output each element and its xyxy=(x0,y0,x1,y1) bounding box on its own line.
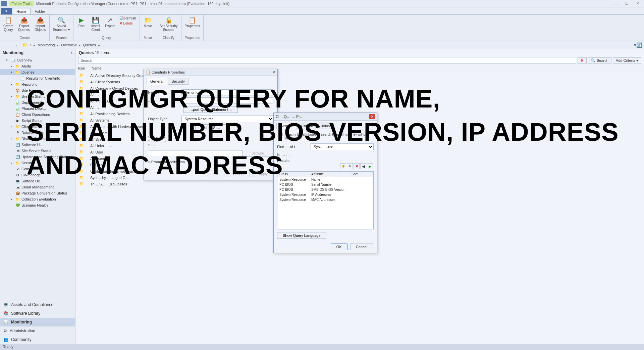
radio-limiting[interactable]: ○ … …ting xyxy=(148,134,273,138)
move-down-button[interactable]: ▶ xyxy=(367,163,373,169)
tree-item[interactable]: ▸📁Security xyxy=(0,160,75,166)
back-button[interactable]: ← xyxy=(2,42,10,48)
find-type-select[interactable]: Sys… …rce xyxy=(311,143,374,150)
run-button[interactable]: ▶Run xyxy=(75,15,88,29)
install-client-button[interactable]: 💾Install Client xyxy=(89,15,102,32)
tree-item[interactable]: 🏠Site Hierarc… xyxy=(0,87,75,93)
comment-field[interactable] xyxy=(181,97,273,103)
dialog-tab-general[interactable]: General xyxy=(147,78,167,85)
workspace-nav-item[interactable]: 👥Community xyxy=(0,335,75,344)
saved-searches-button[interactable]: 🔍Saved Searches ▾ xyxy=(51,15,72,32)
file-menu[interactable]: ▾ xyxy=(1,8,12,14)
move-button[interactable]: 📁Move xyxy=(141,15,155,29)
tree-item[interactable]: ▾📁Queries xyxy=(0,69,75,75)
export-button[interactable]: ↗Export xyxy=(103,15,117,29)
tree-item[interactable]: ▸📁Reporting xyxy=(0,81,75,87)
tree-item[interactable]: 🖥Site Server Status xyxy=(0,148,75,154)
tab-home[interactable]: Home xyxy=(12,8,31,14)
tree-item[interactable]: ⚙Co-manage… xyxy=(0,172,75,178)
tree-item[interactable]: 🔄Updates and Servicing Status xyxy=(0,154,75,160)
radio-other[interactable]: ○ … xyxy=(148,142,273,146)
collapse-icon[interactable]: ‹ xyxy=(71,50,72,55)
col-class[interactable]: Class xyxy=(277,172,309,177)
result-row[interactable]: System ResourceName xyxy=(277,177,373,182)
tree-item[interactable]: ▸📁Distribution Stat… xyxy=(0,136,75,142)
move-up-button[interactable]: ◀ xyxy=(360,163,366,169)
apply-button[interactable]: Apply xyxy=(253,171,273,177)
create-query-button[interactable]: 📋Create Query xyxy=(1,15,15,32)
edit-query-statement-button[interactable]: Edit … St… xyxy=(195,124,226,131)
tab-folder[interactable]: Folder xyxy=(31,8,49,14)
browse-button[interactable]: Browse… xyxy=(246,150,273,157)
dlg2-tab-criteria[interactable]: Criteria xyxy=(298,123,317,129)
col-name[interactable]: Name xyxy=(89,65,104,71)
clear-search-button[interactable]: ✖ xyxy=(578,57,587,64)
properties-button[interactable]: 📋Properties xyxy=(183,15,202,29)
radio-limit-to[interactable]: ○ … … li… xyxy=(148,138,273,142)
result-row[interactable]: PC BIOSSerial Number xyxy=(277,182,373,187)
import-query-statement-button[interactable]: …port Query Statement… xyxy=(183,106,237,113)
refresh-nav-button[interactable]: ▾🔄 xyxy=(634,42,642,48)
delete-button[interactable]: ✖ Delete xyxy=(118,21,138,26)
tree-item[interactable]: ▸📁Client Status xyxy=(0,124,75,130)
dialog-tab-security[interactable]: Security xyxy=(168,78,189,85)
export-queries-button[interactable]: 📤Export Queries xyxy=(16,15,32,32)
workspace-nav-item[interactable]: 📚Software Library xyxy=(0,309,75,318)
tree-item[interactable]: ▸📁Alerts xyxy=(0,63,75,69)
result-row[interactable]: System ResourceIP Addresses xyxy=(277,192,373,197)
forward-button[interactable]: → xyxy=(11,42,19,48)
workspace-nav-item[interactable]: ⚙Administration xyxy=(0,326,75,335)
tree-item[interactable]: ▸📁Collection Evaluation xyxy=(0,196,75,202)
maximize-button[interactable]: ☐ xyxy=(622,1,632,7)
tree-item[interactable]: ▸📁System Stat… xyxy=(0,93,75,99)
ok-button[interactable]: OK xyxy=(208,171,224,177)
add-criteria-button[interactable]: Add Criteria ▾ xyxy=(613,57,641,64)
col-attribute[interactable]: Attribute xyxy=(309,172,350,177)
dlg2-tab-joins[interactable]: Joins xyxy=(318,123,334,129)
col-icon[interactable]: Icon xyxy=(75,65,89,71)
collection-field[interactable] xyxy=(148,150,243,156)
tree-item[interactable]: ▾📊Overview xyxy=(0,57,75,63)
dlg2-tab-general[interactable]: General xyxy=(276,123,297,129)
delete-result-button[interactable]: ✖ xyxy=(354,163,360,169)
name-field[interactable] xyxy=(181,89,273,95)
dlg2-cancel-button[interactable]: Cancel xyxy=(350,244,373,250)
new-result-button[interactable]: ✱ xyxy=(340,163,346,169)
dlg2-ok-button[interactable]: OK xyxy=(331,244,347,250)
tree-item[interactable]: 💚Scenario Health xyxy=(0,202,75,208)
tree-item[interactable]: 🗄Database Re… xyxy=(0,130,75,136)
search-button[interactable]: 🔍 Search xyxy=(588,57,611,64)
tree-item[interactable]: 📋Client Operations xyxy=(0,112,75,118)
close-button[interactable]: ✕ xyxy=(633,1,643,7)
home-icon[interactable]: 📁 xyxy=(21,42,29,48)
dialog2-close-button[interactable]: ✕ xyxy=(369,114,375,119)
tree-item[interactable]: ✓Compliance … xyxy=(0,166,75,172)
tree-item[interactable]: 📊Deployment… xyxy=(0,99,75,105)
col-sort[interactable]: Sort xyxy=(350,172,366,177)
set-security-scopes-button[interactable]: 🔒Set Security Scopes xyxy=(158,15,180,32)
workspace-nav-item[interactable]: 📊Monitoring xyxy=(0,318,75,326)
show-query-language-button[interactable]: Show Query Language xyxy=(277,232,326,239)
tree-item[interactable]: 📊Phased Depl… xyxy=(0,105,75,112)
import-objects-button[interactable]: 📥Import Objects xyxy=(33,15,48,32)
tree-item[interactable]: 💻Surface De… xyxy=(0,178,75,184)
tree-item[interactable]: 🔄Software U… xyxy=(0,142,75,148)
tree-item[interactable]: 📦Package Conversion Status xyxy=(0,190,75,196)
tree-item[interactable]: 📄Results for Clientinfo xyxy=(0,75,75,81)
omit-checkbox[interactable]: ☑ … … xyxy=(277,152,374,157)
folder-tools-tab[interactable]: Folder Tools xyxy=(9,1,34,6)
dialog-close-button[interactable]: ✕ xyxy=(272,70,275,75)
search-input[interactable] xyxy=(78,57,576,64)
minimize-button[interactable]: — xyxy=(611,1,621,7)
result-row[interactable]: PC BIOSSMBIOS BIOS Version xyxy=(277,187,373,192)
breadcrumb[interactable]: \ Monitoring Overview Queries xyxy=(30,43,101,47)
result-row[interactable]: System ResourceMAC Addresses xyxy=(277,197,373,202)
object-type-select[interactable]: System Resource xyxy=(181,116,273,122)
prompt-checkbox[interactable]: ○ Prompt for collection xyxy=(148,159,273,165)
edit-result-button[interactable]: ✎ xyxy=(347,163,353,169)
cancel-button[interactable]: Cancel xyxy=(227,171,250,177)
tree-item[interactable]: ▶Script Status xyxy=(0,118,75,124)
workspace-nav-item[interactable]: 💻Assets and Compliance xyxy=(0,300,75,309)
refresh-button[interactable]: 🔄 Refresh xyxy=(118,16,138,20)
tree-item[interactable]: ☁Cloud Management xyxy=(0,184,75,190)
